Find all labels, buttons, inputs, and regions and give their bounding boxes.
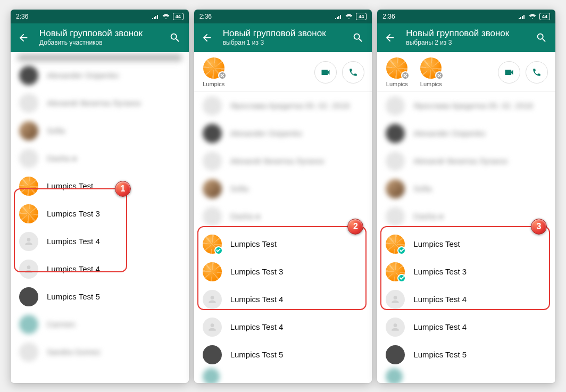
- contact-name: Lumpics Test 4: [230, 295, 284, 304]
- contact-name: Lumpics Test 3: [413, 267, 467, 276]
- search-icon[interactable]: [167, 29, 184, 46]
- contact-name: Lumpics Test: [413, 239, 460, 248]
- contact-row-lumpics-test-5[interactable]: Lumpics Test 5: [194, 341, 372, 369]
- contact-row-lumpics-test-4b[interactable]: Lumpics Test 4: [11, 255, 189, 283]
- selected-participants-row: Lumpics Lumpics: [377, 52, 555, 92]
- avatar: [203, 262, 222, 281]
- video-call-button[interactable]: [498, 61, 520, 84]
- contact-row-blurred[interactable]: Carmen: [11, 311, 189, 338]
- search-icon[interactable]: [349, 29, 367, 46]
- status-time: 2:36: [16, 13, 28, 20]
- remove-chip-icon[interactable]: [401, 71, 410, 80]
- avatar: [203, 235, 222, 254]
- contact-row-lumpics-test[interactable]: Lumpics Test: [194, 230, 372, 258]
- blurred-content: [17, 54, 182, 62]
- signal-icon: [152, 14, 159, 19]
- signal-icon: [518, 14, 526, 19]
- contact-name: Lumpics Test 3: [47, 209, 100, 218]
- contact-row-lumpics-test-5[interactable]: Lumpics Test 5: [11, 283, 189, 311]
- contact-row-blurred[interactable]: Sandra Gomez: [11, 338, 189, 366]
- contact-name: Lumpics Test 5: [413, 350, 467, 359]
- avatar: [203, 318, 222, 337]
- contact-name: Lumpics Test: [230, 239, 277, 248]
- contact-row-blurred[interactable]: [194, 369, 372, 383]
- back-arrow-icon[interactable]: [198, 29, 215, 46]
- contacts-list: Ярослава Кредитка 05. 02. 2018 Alexander…: [194, 92, 372, 383]
- battery-icon: 44: [539, 13, 550, 20]
- battery-icon: 44: [356, 13, 367, 20]
- contacts-list: Alexander Osipenko Alexandr Визитка Луга…: [11, 52, 189, 383]
- page-subtitle: выбран 1 из 3: [223, 39, 343, 46]
- statusbar: 2:36 44: [11, 10, 189, 23]
- avatar: [386, 290, 405, 309]
- contact-row-blurred[interactable]: Ярослава Кредитка 05. 02. 2018: [194, 92, 372, 120]
- page-title: Новый групповой звонок: [39, 29, 159, 39]
- avatar: [203, 290, 222, 309]
- back-arrow-icon[interactable]: [15, 29, 32, 46]
- contact-name: Lumpics Test 4: [47, 264, 100, 273]
- page-subtitle: Добавить участников: [39, 39, 159, 46]
- contact-name: Lumpics Test 5: [230, 350, 284, 359]
- avatar: [19, 177, 38, 196]
- contact-row-lumpics-test-4[interactable]: Lumpics Test 4: [11, 228, 189, 255]
- contact-row-blurred[interactable]: Dasha ●: [377, 203, 555, 230]
- contact-name: Lumpics Test 3: [230, 267, 284, 276]
- contact-row-blurred[interactable]: Dasha ●: [194, 203, 372, 230]
- contact-row-blurred[interactable]: Alexander Osipenko: [194, 120, 372, 147]
- appbar: Новый групповой звонок Добавить участник…: [11, 23, 189, 52]
- contact-row-lumpics-test[interactable]: Lumpics Test: [11, 172, 189, 200]
- contact-row-blurred[interactable]: Dasha ●: [11, 145, 189, 172]
- contact-row-lumpics-test[interactable]: Lumpics Test: [377, 230, 555, 258]
- contact-row-lumpics-test-4[interactable]: Lumpics Test 4: [377, 286, 555, 313]
- avatar: [19, 204, 38, 223]
- phone-screen-2: 2:36 44 Новый групповой звонок выбран 1 …: [194, 10, 372, 383]
- selected-chip-lumpics-2[interactable]: Lumpics: [419, 57, 443, 87]
- contact-row-blurred[interactable]: Ярослава Кредитка 05. 02. 2018: [377, 92, 555, 120]
- avatar: [386, 262, 405, 281]
- avatar: [386, 345, 405, 364]
- contact-name: Lumpics Test 4: [413, 322, 467, 331]
- contact-row-lumpics-test-3[interactable]: Lumpics Test 3: [11, 200, 189, 228]
- contact-row-blurred[interactable]: [377, 369, 555, 383]
- chip-label: Lumpics: [386, 81, 408, 87]
- search-icon[interactable]: [533, 29, 550, 46]
- selected-chip-lumpics[interactable]: Lumpics: [385, 57, 409, 87]
- contact-row-blurred[interactable]: Alexandr Визитка Луганск: [11, 89, 189, 117]
- contact-row-blurred[interactable]: Alexandr Визитка Луганск: [377, 147, 555, 175]
- statusbar: 2:36 44: [377, 10, 555, 23]
- phone-screen-1: 2:36 44 Новый групповой звонок Добавить …: [11, 10, 189, 383]
- avatar: [203, 345, 222, 364]
- contact-row-lumpics-test-4[interactable]: Lumpics Test 4: [194, 286, 372, 313]
- contact-name: Lumpics Test 4: [47, 237, 100, 246]
- contact-row-blurred[interactable]: Sofia: [11, 117, 189, 145]
- selected-chip-lumpics[interactable]: Lumpics: [202, 57, 226, 87]
- video-call-button[interactable]: [314, 61, 337, 84]
- page-title: Новый групповой звонок: [223, 29, 343, 39]
- contact-row-blurred[interactable]: Alexandr Визитка Луганск: [194, 147, 372, 175]
- voice-call-button[interactable]: [342, 61, 364, 84]
- checkmark-icon: [397, 274, 406, 282]
- wifi-icon: [162, 13, 170, 19]
- avatar: [386, 235, 405, 254]
- back-arrow-icon[interactable]: [381, 29, 398, 46]
- remove-chip-icon[interactable]: [218, 71, 227, 80]
- statusbar: 2:36 44: [194, 10, 372, 23]
- contact-name: Lumpics Test 4: [230, 322, 284, 331]
- chip-label: Lumpics: [203, 81, 224, 87]
- contact-row-blurred[interactable]: Alexander Osipenko: [11, 62, 189, 89]
- phone-screen-3: 2:36 44 Новый групповой звонок выбраны 2…: [377, 10, 555, 383]
- status-time: 2:36: [199, 13, 212, 20]
- contact-row-blurred[interactable]: Sofia: [377, 175, 555, 203]
- contact-row-blurred[interactable]: Alexander Osipenko: [377, 120, 555, 147]
- voice-call-button[interactable]: [526, 61, 548, 84]
- contact-row-lumpics-test-4b[interactable]: Lumpics Test 4: [194, 313, 372, 341]
- contact-row-lumpics-test-3[interactable]: Lumpics Test 3: [194, 258, 372, 286]
- contact-row-lumpics-test-5[interactable]: Lumpics Test 5: [377, 341, 555, 369]
- wifi-icon: [345, 13, 353, 19]
- contact-row-lumpics-test-3[interactable]: Lumpics Test 3: [377, 258, 555, 286]
- remove-chip-icon[interactable]: [435, 71, 444, 80]
- contact-name: Lumpics Test 4: [413, 295, 467, 304]
- selected-participants-row: Lumpics: [194, 52, 372, 92]
- contact-row-blurred[interactable]: Sofia: [194, 175, 372, 203]
- contact-row-lumpics-test-4b[interactable]: Lumpics Test 4: [377, 313, 555, 341]
